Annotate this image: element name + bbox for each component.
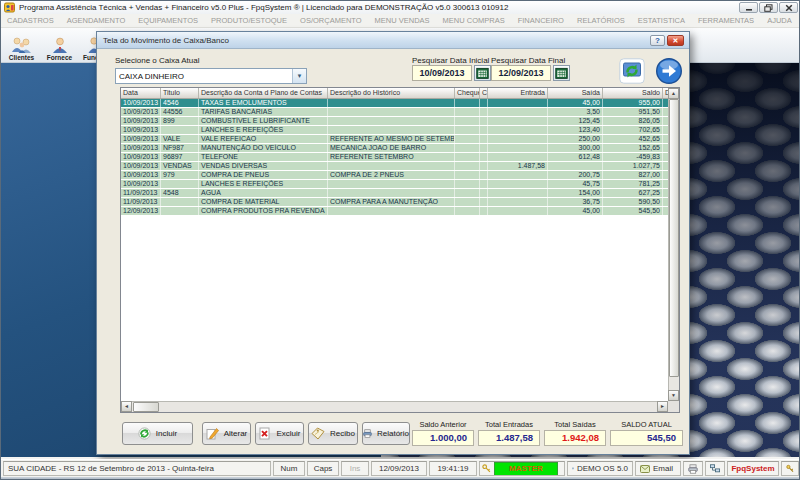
menu-ajuda[interactable]: AJUDA	[767, 16, 792, 25]
cell-saldo: 781,25	[603, 180, 663, 188]
cell-data: 10/09/2013	[121, 135, 161, 143]
menu-produto-estoque[interactable]: PRODUTO/ESTOQUE	[211, 16, 287, 25]
clientes-button[interactable]: Clientes	[3, 29, 40, 62]
table-row[interactable]: 10/09/2013VENDASVENDAS DIVERSAS1.487,581…	[121, 162, 670, 171]
total-entradas-label: Total Entradas	[478, 420, 540, 429]
cell-conta: COMPRA PRODUTOS PRA REVENDA	[199, 207, 328, 215]
cell-data: 11/09/2013	[121, 198, 161, 206]
menu-ferramentas[interactable]: FERRAMENTAS	[698, 16, 754, 25]
cell-titulo: VENDAS	[161, 162, 199, 170]
incluir-button[interactable]: Incluir	[122, 422, 193, 445]
col-header-saida[interactable]: Saída	[548, 88, 603, 98]
horizontal-scrollbar[interactable]: ◄ ►	[121, 401, 668, 412]
total-entradas-value: 1.487,58	[478, 430, 540, 446]
date-start-calendar-button[interactable]	[474, 65, 491, 81]
fornecedor-button[interactable]: Fornece	[41, 29, 78, 62]
table-row[interactable]: 10/09/2013LANCHES E REFEIÇÕES45,75781,25	[121, 180, 670, 189]
col-header-entrada[interactable]: Entrada	[488, 88, 548, 98]
cell-saida: 154,00	[548, 189, 603, 197]
cell-historico	[328, 162, 455, 170]
menu-cadastros[interactable]: CADASTROS	[7, 16, 54, 25]
table-row[interactable]: 10/09/2013899COMBUSTÍVEL E LUBRIFICANTE1…	[121, 117, 670, 126]
cell-entrada	[488, 198, 548, 206]
cell-data: 12/09/2013	[121, 207, 161, 215]
cell-titulo: 899	[161, 117, 199, 125]
dialog-help-button[interactable]: ?	[650, 35, 665, 46]
date-end-field[interactable]: 12/09/2013	[491, 65, 551, 81]
scrollbar-corner	[668, 401, 679, 412]
cell-cheque	[455, 144, 480, 152]
menu-equipamentos[interactable]: EQUIPAMENTOS	[138, 16, 198, 25]
cell-saida: 123,40	[548, 126, 603, 134]
table-row[interactable]: 10/09/2013NF987MANUTENÇÃO DO VEÍCULOMECA…	[121, 144, 670, 153]
date-start-field[interactable]: 10/09/2013	[412, 65, 472, 81]
go-exit-button[interactable]	[655, 57, 683, 85]
table-row[interactable]: 10/09/2013979COMPRA DE PNEUSCOMPRA DE 2 …	[121, 171, 670, 180]
table-row[interactable]: 10/09/201396897TELEFONEREFERENTE SETEMBR…	[121, 153, 670, 162]
dialog-close-button[interactable]: ✕	[667, 35, 684, 46]
cell-data: 10/09/2013	[121, 162, 161, 170]
menu-estatistica[interactable]: ESTATISTICA	[638, 16, 685, 25]
cell-titulo: 4548	[161, 189, 199, 197]
table-row[interactable]: 10/09/20134546TAXAS E EMOLUMENTOS45,0095…	[121, 99, 670, 108]
scroll-up-arrow[interactable]: ▲	[668, 88, 679, 99]
horizontal-scroll-thumb[interactable]	[133, 402, 159, 412]
vertical-scrollbar[interactable]: ▲ ▼	[668, 88, 679, 401]
cell-titulo: 979	[161, 171, 199, 179]
table-row[interactable]: 10/09/2013VALEVALE REFEICAOREFERENTE AO …	[121, 135, 670, 144]
table-row[interactable]: 11/09/2013COMPRA DE MATERIALCOMPRA PARA …	[121, 198, 670, 207]
menu-relatorios[interactable]: RELATÓRIOS	[577, 16, 625, 25]
alterar-button[interactable]: Alterar	[202, 422, 251, 445]
app-window: Programa Assistência Técnica + Vendas + …	[0, 0, 800, 480]
cell-saldo: 627,25	[603, 189, 663, 197]
cell-titulo: 4546	[161, 99, 199, 107]
search-refresh-button[interactable]	[619, 58, 645, 84]
cell-entrada: 1.487,58	[488, 162, 548, 170]
cell-c	[480, 171, 488, 179]
date-end-calendar-button[interactable]	[553, 65, 570, 81]
cell-c	[480, 162, 488, 170]
movimento-caixa-dialog: Tela do Movimento de Caixa/Banco ? ✕ Sel…	[96, 31, 690, 455]
cell-data: 10/09/2013	[121, 126, 161, 134]
col-header-c[interactable]: C	[480, 88, 488, 98]
col-header-titulo[interactable]: Titulo	[161, 88, 199, 98]
status-network-button[interactable]	[705, 461, 725, 476]
relatorio-button[interactable]: Relatório	[362, 422, 410, 445]
menu-financeiro[interactable]: FINANCEIRO	[518, 16, 564, 25]
cell-saida: 45,00	[548, 207, 603, 215]
status-lock-button[interactable]	[781, 461, 799, 476]
recibo-button[interactable]: Recibo	[308, 422, 358, 445]
vertical-scroll-thumb[interactable]	[669, 99, 679, 377]
cell-data: 10/09/2013	[121, 117, 161, 125]
table-row[interactable]: 12/09/2013COMPRA PRODUTOS PRA REVENDA45,…	[121, 207, 670, 216]
restore-button[interactable]	[759, 2, 778, 13]
menu-agendamento[interactable]: AGENDAMENTO	[67, 16, 126, 25]
cell-data: 10/09/2013	[121, 144, 161, 152]
excluir-button[interactable]: Excluir	[255, 422, 304, 445]
table-row[interactable]: 10/09/2013LANCHES E REFEIÇÕES123,40702,6…	[121, 126, 670, 135]
col-header-saldo[interactable]: Saldo	[603, 88, 663, 98]
menu-menu-vendas[interactable]: MENU VENDAS	[375, 16, 430, 25]
close-button[interactable]	[779, 2, 798, 13]
status-email-button[interactable]: Email	[635, 461, 681, 476]
caixa-combobox[interactable]: CAIXA DINHEIRO ▼	[115, 68, 307, 84]
col-header-historico[interactable]: Descrição do Histórico	[328, 88, 455, 98]
menu-menu-compras[interactable]: MENU COMPRAS	[443, 16, 505, 25]
col-header-conta[interactable]: Descrição da Conta d Plano de Contas	[199, 88, 328, 98]
table-row[interactable]: 11/09/20134548AGUA154,00627,25	[121, 189, 670, 198]
cell-saida: 45,75	[548, 180, 603, 188]
status-print-button[interactable]	[683, 461, 703, 476]
cell-saldo: -459,83	[603, 153, 663, 161]
scroll-left-arrow[interactable]: ◄	[121, 401, 132, 412]
minimize-button[interactable]	[739, 2, 758, 13]
caixa-combobox-value: CAIXA DINHEIRO	[116, 72, 292, 81]
table-header: Data Titulo Descrição da Conta d Plano d…	[121, 88, 670, 99]
menu-os-orcamento[interactable]: OS/ORÇAMENTO	[300, 16, 362, 25]
table-row[interactable]: 10/09/201344556TARIFAS BANCÁRIAS3,50951,…	[121, 108, 670, 117]
cell-conta: TAXAS E EMOLUMENTOS	[199, 99, 328, 107]
col-header-data[interactable]: Data	[121, 88, 161, 98]
cell-entrada	[488, 153, 548, 161]
scroll-down-arrow[interactable]: ▼	[668, 390, 679, 401]
scroll-right-arrow[interactable]: ►	[657, 401, 668, 412]
col-header-cheque[interactable]: Cheque	[455, 88, 480, 98]
